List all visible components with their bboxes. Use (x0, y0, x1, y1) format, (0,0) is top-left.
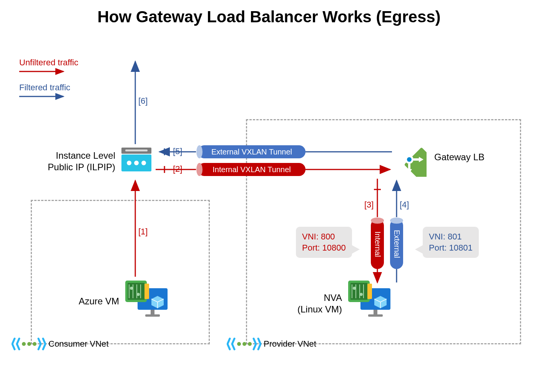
svg-point-39 (353, 287, 355, 289)
svg-rect-19 (145, 314, 160, 317)
step-2: [2] (173, 164, 182, 174)
svg-rect-21 (128, 283, 144, 300)
svg-rect-30 (374, 310, 377, 315)
step-1: [1] (138, 227, 148, 237)
svg-rect-34 (367, 284, 372, 299)
internal-vni: VNI: 800 (302, 231, 346, 243)
nva-text: NVA (Linux VM) (297, 292, 342, 315)
svg-point-4 (33, 342, 37, 346)
consumer-vnet-box (31, 200, 210, 344)
svg-rect-9 (125, 149, 148, 151)
svg-point-40 (360, 293, 362, 296)
svg-point-16 (407, 157, 412, 162)
gateway-lb-label: Gateway LB (434, 152, 485, 163)
ilpip-text: Instance Level Public IP (ILPIP) (48, 150, 115, 173)
provider-vnet-label: Provider VNet (227, 336, 316, 352)
svg-point-27 (130, 287, 133, 289)
internal-tunnel-vertical: Internal (371, 219, 384, 269)
internal-tunnel-short-label: Internal (373, 231, 382, 257)
svg-point-11 (127, 161, 131, 165)
external-callout: VNI: 801 Port: 10801 (423, 227, 479, 258)
external-port: Port: 10801 (429, 243, 473, 254)
arrow-icon (19, 93, 69, 100)
legend-unfiltered: Unfiltered traffic (19, 58, 78, 77)
step-4: [4] (400, 200, 409, 210)
step-5: [5] (173, 146, 182, 156)
legend-filtered-label: Filtered traffic (19, 83, 70, 93)
vnet-icon (227, 336, 261, 352)
legend-unfiltered-label: Unfiltered traffic (19, 58, 78, 68)
nva-label: NVA (Linux VM) (297, 292, 342, 315)
external-tunnel: External VXLAN Tunnel (198, 145, 306, 158)
step-3: [3] (364, 200, 374, 210)
consumer-vnet-label: Consumer VNet (12, 336, 109, 352)
vm-icon (346, 277, 392, 323)
svg-point-5 (237, 342, 241, 346)
vm-icon (123, 277, 169, 323)
internal-tunnel: Internal VXLAN Tunnel (198, 163, 306, 176)
provider-vnet-text: Provider VNet (264, 339, 316, 349)
svg-point-13 (141, 161, 146, 165)
azure-vm-text: Azure VM (79, 296, 119, 306)
step-6: [6] (138, 96, 148, 106)
external-tunnel-short-label: External (392, 230, 401, 258)
external-tunnel-vertical: External (390, 219, 403, 269)
internal-port: Port: 10800 (302, 243, 346, 254)
gateway-lb-text: Gateway LB (434, 152, 485, 162)
load-balancer-icon (392, 142, 427, 177)
external-vni: VNI: 801 (429, 231, 473, 243)
diagram-title: How Gateway Load Balancer Works (Egress) (0, 8, 538, 26)
svg-point-2 (22, 342, 26, 346)
svg-point-7 (248, 342, 252, 346)
internal-tunnel-label: Internal VXLAN Tunnel (213, 165, 291, 174)
ilpip-label: Instance Level Public IP (ILPIP) (48, 150, 115, 173)
azure-vm-label: Azure VM (79, 296, 119, 307)
arrow-icon (19, 68, 69, 75)
public-ip-icon (119, 146, 154, 174)
svg-point-28 (137, 293, 139, 296)
consumer-vnet-text: Consumer VNet (48, 339, 109, 349)
svg-rect-33 (350, 283, 367, 300)
svg-point-3 (27, 342, 31, 346)
external-tunnel-label: External VXLAN Tunnel (211, 148, 292, 156)
svg-rect-31 (368, 314, 383, 317)
svg-point-6 (242, 342, 246, 346)
svg-rect-22 (144, 284, 149, 299)
legend-filtered: Filtered traffic (19, 83, 70, 102)
vnet-icon (12, 336, 46, 352)
svg-point-12 (134, 161, 139, 165)
svg-rect-18 (151, 310, 154, 315)
internal-callout: VNI: 800 Port: 10800 (296, 227, 352, 258)
